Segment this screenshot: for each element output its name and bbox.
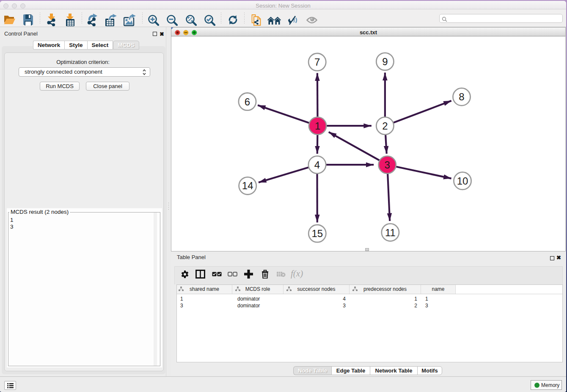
svg-text:2: 2 bbox=[382, 120, 388, 132]
svg-text:3: 3 bbox=[385, 159, 390, 171]
svg-text:1: 1 bbox=[315, 120, 320, 132]
svg-text:4: 4 bbox=[314, 159, 320, 171]
svg-text:8: 8 bbox=[459, 91, 464, 102]
svg-text:10: 10 bbox=[457, 175, 468, 187]
svg-text:9: 9 bbox=[382, 56, 388, 67]
svg-text:11: 11 bbox=[385, 227, 396, 238]
svg-text:15: 15 bbox=[311, 228, 323, 239]
svg-text:6: 6 bbox=[245, 96, 250, 108]
svg-text:14: 14 bbox=[242, 180, 253, 191]
svg-text:7: 7 bbox=[314, 56, 320, 68]
